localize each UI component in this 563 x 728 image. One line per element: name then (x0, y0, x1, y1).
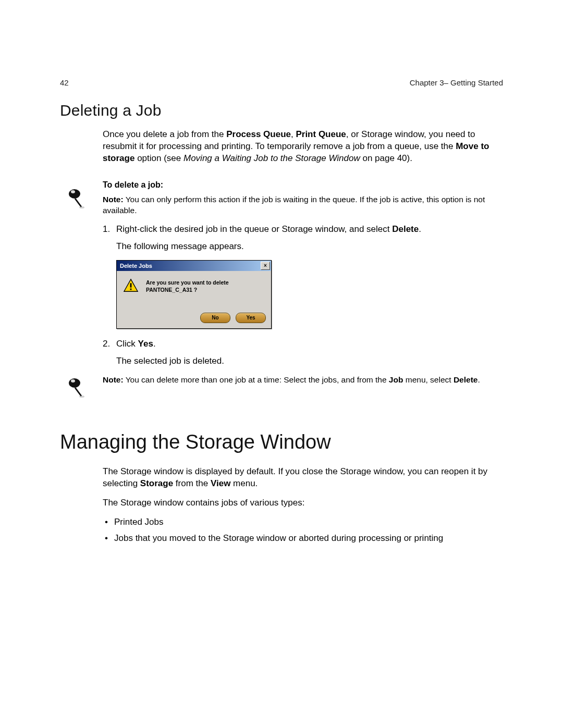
intro-text: Once you delete a job from the (103, 129, 226, 139)
gutter-empty (60, 129, 91, 172)
note-1: Note: You can only perform this action i… (103, 194, 503, 216)
sub-heading: To delete a job: (103, 179, 503, 191)
warning-icon (123, 278, 139, 297)
section-heading-managing-storage: Managing the Storage Window (60, 431, 503, 453)
note-label: Note: (103, 375, 124, 384)
step-text: Click Yes. (116, 338, 503, 350)
gutter-empty (60, 224, 91, 375)
intro-italic: Moving a Waiting Job to the Storage Wind… (183, 153, 360, 163)
gutter-empty (60, 466, 91, 549)
svg-point-1 (71, 190, 75, 193)
step-number: 2. (103, 338, 116, 350)
note-bold: Delete (454, 375, 478, 384)
step-text-part: . (153, 339, 156, 349)
step-number: 1. (103, 224, 116, 236)
chapter-label: Chapter 3– Getting Started (410, 78, 503, 87)
intro-block: Once you delete a job from the Process Q… (60, 129, 503, 172)
page-number: 42 (60, 78, 69, 87)
step1-block: 1. Right-click the desired job in the qu… (60, 224, 503, 375)
pushpin-icon (63, 186, 88, 211)
intro-body: Once you delete a job from the Process Q… (103, 129, 503, 172)
dialog-button-row: No Yes (117, 310, 271, 328)
pushpin-icon (63, 375, 88, 400)
svg-rect-5 (130, 289, 132, 290)
note-2: Note: You can delete more than one job a… (103, 375, 503, 386)
intro-bold: Process Queue (226, 129, 291, 139)
close-icon[interactable]: × (261, 262, 270, 270)
storage-intro-block: The Storage window is displayed by defau… (60, 466, 503, 549)
para-text: from the (173, 478, 211, 488)
svg-point-2 (79, 206, 84, 208)
note-text: menu, select (403, 375, 454, 384)
intro-text: option (see (134, 153, 183, 163)
yes-button[interactable]: Yes (236, 313, 266, 323)
subheading-body: To delete a job: Note: You can only perf… (103, 172, 503, 224)
intro-bold: Print Queue (296, 129, 346, 139)
note-text: You can only perform this action if the … (103, 195, 485, 215)
gutter-pushpin (60, 172, 91, 224)
list-item: Jobs that you moved to the Storage windo… (103, 533, 503, 545)
no-button[interactable]: No (200, 313, 230, 323)
step-text-bold: Yes (138, 339, 153, 349)
dialog-title: Delete Jobs (120, 262, 152, 270)
para-text: menu. (230, 478, 258, 488)
note-text: . (478, 375, 480, 384)
gutter-pushpin (60, 375, 91, 400)
dialog-figure: Delete Jobs × Are you sure you want to d… (116, 260, 503, 329)
note-text: You can delete more than one job at a ti… (124, 375, 389, 384)
step-text: Right-click the desired job in the queue… (116, 224, 503, 236)
dialog-body: Are you sure you want to delete PANTONE_… (117, 271, 271, 310)
intro-text: on page 40). (360, 153, 412, 163)
note-bold: Job (389, 375, 403, 384)
step-text-bold: Delete (392, 224, 419, 234)
svg-point-0 (69, 189, 80, 199)
svg-point-8 (79, 396, 84, 398)
svg-point-6 (69, 378, 80, 388)
para-bold: View (211, 478, 230, 488)
intro-paragraph: Once you delete a job from the Process Q… (103, 129, 503, 165)
storage-bullet-list: Printed Jobs Jobs that you moved to the … (103, 516, 503, 545)
para-bold: Storage (140, 478, 173, 488)
delete-jobs-dialog: Delete Jobs × Are you sure you want to d… (116, 260, 272, 329)
svg-rect-4 (130, 283, 132, 287)
note2-block: Note: You can delete more than one job a… (60, 375, 503, 400)
subheading-block: To delete a job: Note: You can only perf… (60, 172, 503, 224)
list-item: Printed Jobs (103, 516, 503, 528)
note-label: Note: (103, 195, 124, 204)
storage-intro-body: The Storage window is displayed by defau… (103, 466, 503, 549)
document-page: 42 Chapter 3– Getting Started Deleting a… (0, 0, 563, 728)
storage-paragraph-1: The Storage window is displayed by defau… (103, 466, 503, 490)
dialog-titlebar: Delete Jobs × (117, 261, 271, 271)
step-2: 2. Click Yes. (103, 338, 503, 350)
page-header: 42 Chapter 3– Getting Started (60, 78, 503, 87)
dialog-message: Are you sure you want to delete PANTONE_… (146, 278, 265, 293)
step-text-part: Right-click the desired job in the queue… (116, 224, 392, 234)
step-text-part: . (419, 224, 421, 234)
section-heading-deleting-job: Deleting a Job (60, 102, 503, 119)
svg-point-7 (71, 379, 75, 382)
step-1: 1. Right-click the desired job in the qu… (103, 224, 503, 236)
step1-body: 1. Right-click the desired job in the qu… (103, 224, 503, 375)
step-1-follow: The following message appears. (116, 241, 503, 253)
step-text-part: Click (116, 339, 138, 349)
step-2-follow: The selected job is deleted. (116, 355, 503, 367)
note2-body: Note: You can delete more than one job a… (103, 375, 503, 400)
storage-paragraph-2: The Storage window contains jobs of vari… (103, 497, 503, 509)
